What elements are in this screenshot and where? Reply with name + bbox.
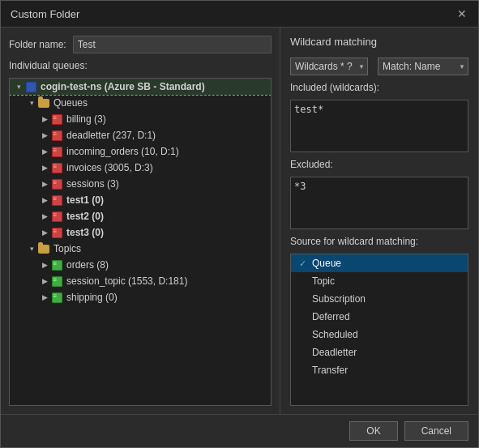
- topic-icon: [50, 291, 63, 304]
- chevron-icon: ▶: [39, 147, 50, 156]
- queue-icon: [50, 161, 63, 174]
- source-item-label: Topic: [312, 275, 335, 287]
- node-text: Topics: [53, 243, 81, 254]
- dialog-body: Folder name: Individual queues: ▾cogin-t…: [1, 28, 478, 414]
- node-text: test3 (0): [66, 227, 104, 238]
- ok-button[interactable]: OK: [349, 421, 397, 441]
- wildcards-select[interactable]: Wildcards * ? Regex: [290, 58, 368, 75]
- match-select[interactable]: Match: Name Match: Full Path: [378, 58, 468, 75]
- chevron-icon: ▶: [39, 261, 50, 269]
- wildcards-select-wrapper: Wildcards * ? Regex ▼: [290, 58, 368, 75]
- tree-node[interactable]: ▶incoming_orders (10, D:1): [10, 143, 271, 160]
- node-text: Queues: [53, 97, 88, 109]
- node-text: orders (8): [66, 259, 109, 271]
- tree-node[interactable]: ▶sessions (3): [10, 176, 271, 192]
- cancel-button[interactable]: Cancel: [404, 421, 468, 441]
- wildcard-title: Wildcard matching: [290, 36, 468, 48]
- node-text: cogin-test-ns (Azure SB - Standard): [41, 81, 205, 92]
- queue-icon: [50, 145, 63, 158]
- tree-node[interactable]: ▶orders (8): [10, 257, 271, 273]
- queue-icon: [50, 210, 63, 223]
- source-list[interactable]: ✓QueueTopicSubscriptionDeferredScheduled…: [290, 254, 468, 406]
- excluded-label: Excluded:: [290, 159, 468, 170]
- tree-node[interactable]: ▾Queues: [10, 95, 271, 111]
- tree-node[interactable]: ▶invoices (3005, D:3): [10, 160, 271, 176]
- node-text: session_topic (1553, D:181): [66, 275, 187, 287]
- chevron-icon: ▶: [39, 228, 50, 237]
- source-label: Source for wildcard matching:: [290, 236, 468, 247]
- tree-node[interactable]: ▶shipping (0): [10, 289, 271, 305]
- folder-name-row: Folder name:: [9, 36, 272, 53]
- folder-icon: [37, 242, 50, 255]
- check-icon: ✓: [297, 258, 307, 269]
- tree-node[interactable]: ▶test2 (0): [10, 208, 271, 224]
- chevron-icon: ▾: [26, 245, 37, 253]
- queue-icon: [50, 194, 63, 207]
- tree-node[interactable]: ▾Topics: [10, 241, 271, 257]
- source-item-label: Subscription: [312, 293, 366, 305]
- close-button[interactable]: ✕: [455, 7, 468, 20]
- right-panel: Wildcard matching Wildcards * ? Regex ▼ …: [280, 28, 478, 414]
- chevron-icon: ▾: [26, 99, 37, 107]
- queue-icon: [50, 177, 63, 190]
- source-item-label: Scheduled: [312, 329, 358, 340]
- source-item-label: Transfer: [312, 365, 348, 376]
- node-text: deadletter (237, D:1): [66, 130, 156, 141]
- tree-container[interactable]: ▾cogin-test-ns (Azure SB - Standard)▾Que…: [9, 78, 272, 406]
- dialog-titlebar: Custom Folder ✕: [1, 1, 478, 28]
- namespace-icon: [24, 80, 37, 93]
- node-text: test2 (0): [66, 211, 104, 222]
- source-item-queue[interactable]: ✓Queue: [291, 254, 468, 272]
- tree-node[interactable]: ▾cogin-test-ns (Azure SB - Standard): [10, 79, 271, 95]
- folder-name-input[interactable]: [73, 36, 272, 53]
- chevron-icon: ▶: [39, 115, 50, 123]
- tree-node[interactable]: ▶billing (3): [10, 111, 271, 127]
- chevron-icon: ▶: [39, 131, 50, 139]
- tree-node[interactable]: ▶test1 (0): [10, 192, 271, 208]
- included-label: Included (wildcards):: [290, 82, 468, 93]
- chevron-icon: ▶: [39, 164, 50, 172]
- node-text: sessions (3): [66, 178, 119, 190]
- source-item-deferred[interactable]: Deferred: [291, 308, 468, 326]
- custom-folder-dialog: Custom Folder ✕ Folder name: Individual …: [0, 0, 479, 448]
- tree-node[interactable]: ▶test3 (0): [10, 224, 271, 241]
- source-item-deadletter[interactable]: Deadletter: [291, 343, 468, 361]
- chevron-icon: ▾: [13, 83, 24, 91]
- dialog-title: Custom Folder: [11, 8, 79, 20]
- individual-queues-label: Individual queues:: [9, 60, 272, 71]
- queue-icon: [50, 129, 63, 142]
- included-textarea[interactable]: [290, 100, 468, 152]
- topic-icon: [50, 275, 63, 288]
- chevron-icon: ▶: [39, 293, 50, 301]
- topic-icon: [50, 258, 63, 271]
- node-text: incoming_orders (10, D:1): [66, 146, 179, 157]
- chevron-icon: ▶: [39, 196, 50, 204]
- queue-icon: [50, 113, 63, 126]
- node-text: billing (3): [66, 113, 106, 125]
- source-item-subscription[interactable]: Subscription: [291, 290, 468, 308]
- chevron-icon: ▶: [39, 277, 50, 285]
- source-list-wrapper: ✓QueueTopicSubscriptionDeferredScheduled…: [290, 254, 468, 406]
- node-text: test1 (0): [66, 194, 104, 206]
- source-item-topic[interactable]: Topic: [291, 272, 468, 290]
- node-text: shipping (0): [66, 292, 118, 303]
- tree-node[interactable]: ▶deadletter (237, D:1): [10, 127, 271, 143]
- tree-node[interactable]: ▶session_topic (1553, D:181): [10, 273, 271, 289]
- excluded-textarea[interactable]: [290, 177, 468, 229]
- source-item-label: Deferred: [312, 311, 350, 322]
- wildcard-controls: Wildcards * ? Regex ▼ Match: Name Match:…: [290, 58, 468, 75]
- left-panel: Folder name: Individual queues: ▾cogin-t…: [1, 28, 280, 414]
- folder-name-label: Folder name:: [9, 39, 66, 50]
- source-item-transfer[interactable]: Transfer: [291, 361, 468, 379]
- queue-icon: [50, 226, 63, 239]
- source-item-label: Deadletter: [312, 347, 357, 358]
- source-item-label: Queue: [312, 258, 341, 269]
- chevron-icon: ▶: [39, 212, 50, 220]
- folder-icon: [37, 96, 50, 109]
- match-select-wrapper: Match: Name Match: Full Path ▼: [378, 58, 468, 75]
- node-text: invoices (3005, D:3): [66, 162, 153, 173]
- dialog-footer: OK Cancel: [1, 414, 478, 447]
- chevron-icon: ▶: [39, 180, 50, 188]
- source-item-scheduled[interactable]: Scheduled: [291, 326, 468, 343]
